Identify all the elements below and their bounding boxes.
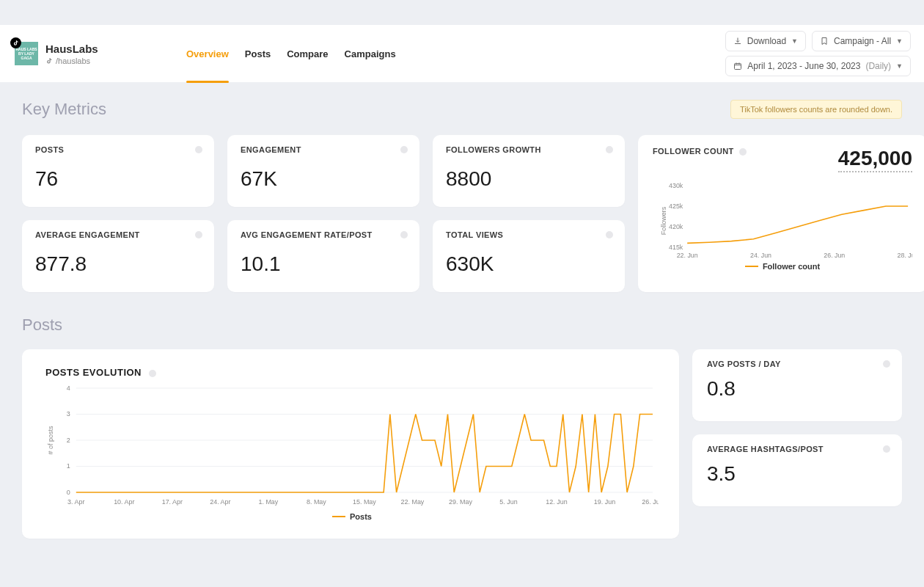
svg-text:3. Apr: 3. Apr — [67, 498, 84, 506]
metric-value: 630K — [446, 252, 612, 276]
info-icon[interactable] — [606, 231, 613, 238]
legend-swatch — [745, 266, 758, 267]
metric-value: 67K — [241, 167, 406, 191]
svg-text:1. May: 1. May — [258, 498, 278, 506]
follower-label: FOLLOWER COUNT — [653, 147, 747, 156]
svg-text:430k: 430k — [669, 182, 683, 189]
svg-text:22. May: 22. May — [401, 498, 425, 506]
posts-evolution-title: POSTS EVOLUTION — [45, 367, 659, 378]
info-icon[interactable] — [400, 146, 408, 153]
metric-label: ENGAGEMENT — [241, 145, 406, 154]
brand-handle: /hauslabs — [45, 56, 98, 65]
svg-text:22. Jun: 22. Jun — [677, 252, 698, 259]
brand-handle-text: /hauslabs — [56, 56, 90, 65]
campaign-filter[interactable]: Campaign - All ▼ — [812, 31, 911, 51]
svg-text:19. Jun: 19. Jun — [594, 498, 615, 506]
svg-text:24. Apr: 24. Apr — [210, 498, 230, 506]
info-icon[interactable] — [883, 360, 890, 368]
download-button[interactable]: Download ▼ — [725, 31, 806, 51]
svg-text:29. May: 29. May — [449, 498, 472, 506]
date-range-picker[interactable]: April 1, 2023 - June 30, 2023 (Daily) ▼ — [725, 56, 911, 76]
follower-count-card: FOLLOWER COUNT 425,000 Followers 415k420… — [638, 135, 924, 292]
legend-label: Posts — [350, 512, 372, 521]
info-icon[interactable] — [195, 146, 202, 153]
metric-posts: POSTS 76 — [22, 135, 214, 207]
metric-followers-growth: FOLLOWERS GROWTH 8800 — [433, 135, 625, 207]
brand-block: HAUS LABS BY LADY GAGA HausLabs /hauslab… — [15, 42, 176, 65]
svg-text:26. Jun: 26. Jun — [824, 252, 845, 259]
info-icon[interactable] — [149, 370, 156, 377]
svg-text:5. Jun: 5. Jun — [499, 498, 517, 506]
metric-avg-hashtags: AVERAGE HASHTAGS/POST 3.5 — [692, 434, 902, 506]
tiktok-small-icon — [45, 57, 53, 65]
metric-label: TOTAL VIEWS — [446, 230, 612, 239]
svg-text:24. Jun: 24. Jun — [750, 252, 771, 259]
metric-label: POSTS — [35, 145, 201, 154]
metric-avg-engagement: AVERAGE ENGAGEMENT 877.8 — [22, 220, 214, 292]
posts-evolution-chart: # of posts012343. Apr10. Apr17. Apr24. A… — [45, 384, 659, 508]
svg-text:2: 2 — [67, 437, 70, 444]
svg-text:425k: 425k — [669, 203, 683, 210]
metric-label: AVG ENGAGEMENT RATE/POST — [241, 230, 406, 239]
key-metrics-header: Key Metrics TikTok followers counts are … — [22, 100, 902, 119]
svg-text:3: 3 — [67, 410, 70, 418]
follower-chart-ylabel: Followers — [660, 207, 667, 236]
info-icon[interactable] — [195, 231, 202, 238]
tab-overview[interactable]: Overview — [186, 25, 229, 82]
key-metrics-title: Key Metrics — [22, 100, 106, 119]
tab-compare[interactable]: Compare — [287, 25, 328, 82]
date-granularity: (Daily) — [865, 61, 891, 71]
metric-label: AVERAGE ENGAGEMENT — [35, 230, 201, 239]
metric-value: 10.1 — [241, 252, 406, 276]
calendar-icon — [733, 62, 742, 70]
metric-value: 3.5 — [707, 462, 887, 486]
info-icon[interactable] — [400, 231, 408, 238]
svg-text:17. Apr: 17. Apr — [162, 498, 183, 506]
svg-text:420k: 420k — [669, 223, 683, 230]
legend-label: Follower count — [763, 262, 820, 271]
metric-label: FOLLOWERS GROWTH — [446, 145, 612, 154]
content: Key Metrics TikTok followers counts are … — [0, 82, 924, 539]
tab-campaigns[interactable]: Campaigns — [345, 25, 396, 82]
metric-label: AVERAGE HASHTAGS/POST — [707, 445, 887, 453]
chevron-down-icon: ▼ — [896, 37, 903, 45]
bookmark-icon — [820, 37, 829, 45]
svg-rect-0 — [735, 64, 741, 70]
info-icon[interactable] — [606, 146, 613, 153]
topbar-controls: Download ▼ Campaign - All ▼ April 1, 202… — [725, 31, 911, 76]
svg-text:0: 0 — [67, 489, 70, 496]
warning-banner: TikTok followers counts are rounded down… — [730, 100, 902, 119]
svg-text:28. Jun: 28. Jun — [898, 252, 912, 259]
avatar: HAUS LABS BY LADY GAGA — [15, 42, 38, 65]
posts-title: Posts — [22, 316, 902, 335]
follower-chart-legend: Follower count — [653, 262, 912, 271]
svg-text:26. Jun: 26. Jun — [642, 498, 659, 506]
metric-value: 8800 — [446, 167, 612, 191]
tab-posts[interactable]: Posts — [245, 25, 271, 82]
chevron-down-icon: ▼ — [791, 37, 798, 45]
metric-avg-posts-day: AVG POSTS / DAY 0.8 — [692, 349, 902, 421]
svg-text:1: 1 — [67, 462, 70, 470]
svg-text:8. May: 8. May — [307, 498, 326, 506]
follower-count-value: 425,000 — [838, 147, 912, 172]
posts-section: Posts POSTS EVOLUTION # of posts012343. … — [22, 316, 902, 539]
tabs: Overview Posts Compare Campaigns — [186, 25, 396, 82]
svg-text:# of posts: # of posts — [47, 426, 54, 454]
campaign-label: Campaign - All — [834, 36, 891, 46]
metric-engagement: ENGAGEMENT 67K — [227, 135, 419, 207]
svg-text:15. May: 15. May — [353, 498, 376, 506]
follower-chart: Followers 415k420k425k430k22. Jun24. Jun… — [653, 181, 912, 260]
svg-text:10. Apr: 10. Apr — [114, 498, 134, 506]
svg-text:4: 4 — [67, 384, 70, 392]
metric-value: 0.8 — [707, 377, 887, 401]
posts-evolution-card: POSTS EVOLUTION # of posts012343. Apr10.… — [22, 349, 679, 539]
info-icon[interactable] — [739, 148, 747, 156]
svg-text:415k: 415k — [669, 244, 683, 251]
tiktok-icon — [10, 37, 21, 48]
brand-name: HausLabs — [45, 43, 98, 55]
metric-avg-engagement-rate: AVG ENGAGEMENT RATE/POST 10.1 — [227, 220, 419, 292]
metric-value: 877.8 — [35, 252, 201, 276]
chevron-down-icon: ▼ — [896, 62, 903, 70]
info-icon[interactable] — [883, 445, 890, 453]
download-icon — [733, 37, 742, 45]
